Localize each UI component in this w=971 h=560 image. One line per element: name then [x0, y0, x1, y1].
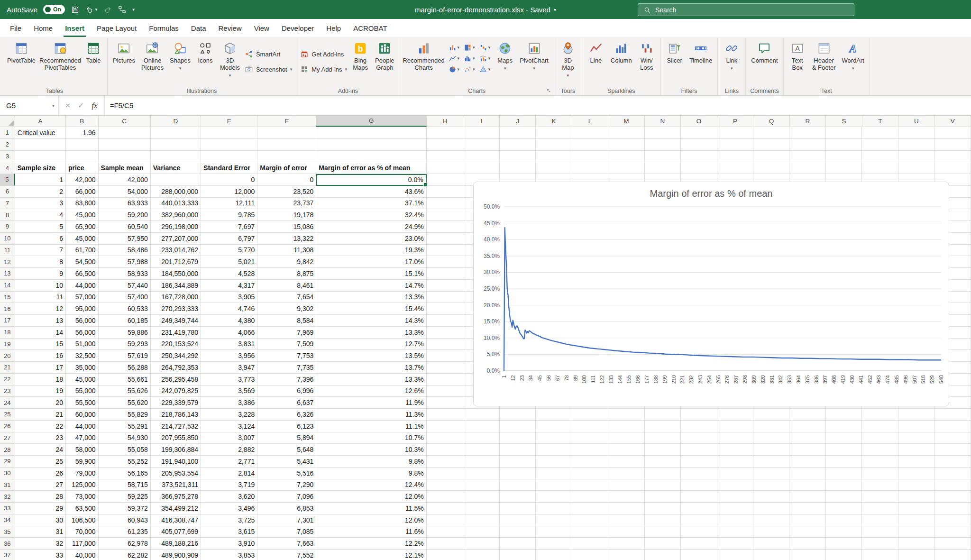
ribbon-button-pictures[interactable]: Pictures	[110, 39, 138, 85]
cell-D35[interactable]: 405,077,699	[151, 526, 201, 538]
row-header-10[interactable]: 10	[0, 233, 15, 245]
cell-J28[interactable]	[500, 444, 536, 456]
dialog-launcher-icon[interactable]	[546, 88, 552, 94]
cell-M34[interactable]	[608, 514, 644, 526]
ribbon-button-win-loss[interactable]: Win/ Loss	[635, 39, 658, 85]
cell-D2[interactable]	[151, 139, 201, 151]
cell-A17[interactable]: 13	[15, 315, 66, 327]
cell-C1[interactable]	[99, 127, 151, 139]
cell-C37[interactable]: 62,282	[99, 550, 151, 560]
cell-F21[interactable]: 7,735	[257, 362, 316, 374]
cell-J34[interactable]	[500, 514, 536, 526]
row-header-1[interactable]: 1	[0, 127, 15, 139]
cell-E7[interactable]: 12,111	[201, 198, 257, 210]
cell-N3[interactable]	[645, 151, 681, 163]
cell-H32[interactable]	[427, 491, 463, 503]
cell-V34[interactable]	[934, 514, 971, 526]
cell-T35[interactable]	[862, 526, 898, 538]
cell-S36[interactable]	[826, 538, 862, 550]
cell-B36[interactable]: 117,000	[66, 538, 99, 550]
cell-L28[interactable]	[572, 444, 608, 456]
cell-B11[interactable]: 61,700	[66, 245, 99, 257]
cell-S26[interactable]	[826, 421, 862, 432]
cell-T30[interactable]	[862, 468, 898, 479]
cell-H15[interactable]	[427, 292, 463, 303]
cell-F32[interactable]: 7,096	[257, 491, 316, 503]
tab-help[interactable]: Help	[320, 19, 347, 37]
cell-D26[interactable]: 214,727,532	[151, 421, 201, 432]
cell-B23[interactable]: 55,000	[66, 386, 99, 397]
cell-E20[interactable]: 3,956	[201, 350, 257, 362]
cell-R27[interactable]	[789, 432, 825, 444]
cell-U3[interactable]	[898, 151, 934, 163]
cell-G27[interactable]: 10.7%	[316, 432, 426, 444]
formula-input[interactable]: =F5/C5	[105, 96, 971, 115]
cell-C8[interactable]: 59,200	[99, 209, 151, 221]
cell-E3[interactable]	[201, 151, 257, 163]
cell-D19[interactable]: 220,153,524	[151, 339, 201, 350]
column-header-K[interactable]: K	[536, 116, 572, 127]
cell-A1[interactable]: Critical value	[15, 127, 66, 139]
cell-H34[interactable]	[427, 514, 463, 526]
cell-A19[interactable]: 15	[15, 339, 66, 350]
cell-F8[interactable]: 19,178	[257, 209, 316, 221]
cell-I29[interactable]	[463, 456, 499, 468]
cell-B10[interactable]: 45,000	[66, 233, 99, 245]
cell-H12[interactable]	[427, 256, 463, 268]
ribbon-button-chart-combo[interactable]: ▾	[479, 55, 491, 63]
cell-B35[interactable]: 70,000	[66, 526, 99, 538]
cell-F12[interactable]: 9,842	[257, 256, 316, 268]
cell-A2[interactable]	[15, 139, 66, 151]
ribbon-button-chart-scatter[interactable]: ▾	[464, 65, 475, 73]
cell-U31[interactable]	[898, 479, 934, 491]
cell-G14[interactable]: 14.7%	[316, 280, 426, 292]
cell-I32[interactable]	[463, 491, 499, 503]
cell-J29[interactable]	[500, 456, 536, 468]
cell-G34[interactable]: 12.0%	[316, 514, 426, 526]
cell-F22[interactable]: 7,396	[257, 374, 316, 386]
name-box[interactable]: G5 ▾	[0, 96, 59, 115]
cell-V1[interactable]	[934, 127, 971, 139]
row-header-32[interactable]: 32	[0, 491, 15, 503]
ribbon-button-table[interactable]: Table	[82, 39, 105, 85]
ribbon-button-icons[interactable]: Icons	[194, 39, 217, 85]
cell-J26[interactable]	[500, 421, 536, 432]
row-header-3[interactable]: 3	[0, 151, 15, 163]
cell-J32[interactable]	[500, 491, 536, 503]
cell-E24[interactable]: 3,386	[201, 397, 257, 409]
row-header-21[interactable]: 21	[0, 362, 15, 374]
cell-H1[interactable]	[427, 127, 463, 139]
cell-H23[interactable]	[427, 386, 463, 397]
cell-M33[interactable]	[608, 503, 644, 514]
column-header-O[interactable]: O	[681, 116, 717, 127]
cell-F11[interactable]: 11,308	[257, 245, 316, 257]
cell-P36[interactable]	[717, 538, 753, 550]
cell-E27[interactable]: 3,007	[201, 432, 257, 444]
cell-G8[interactable]: 32.4%	[316, 209, 426, 221]
cell-N31[interactable]	[645, 479, 681, 491]
cell-J25[interactable]	[500, 409, 536, 421]
tab-page-layout[interactable]: Page Layout	[91, 19, 143, 37]
cell-L32[interactable]	[572, 491, 608, 503]
cell-Q26[interactable]	[753, 421, 789, 432]
chart-margin-of-error[interactable]: 0.0%5.0%10.0%15.0%20.0%25.0%30.0%35.0%40…	[473, 182, 949, 406]
cell-A28[interactable]: 24	[15, 444, 66, 456]
cell-J3[interactable]	[500, 151, 536, 163]
cell-F24[interactable]: 6,637	[257, 397, 316, 409]
cell-D7[interactable]: 440,013,333	[151, 198, 201, 210]
cell-L34[interactable]	[572, 514, 608, 526]
cell-F5[interactable]: 0	[257, 174, 316, 186]
ribbon-button-pivottable[interactable]: PivotTable	[4, 39, 38, 85]
column-header-C[interactable]: C	[99, 116, 151, 127]
tab-developer[interactable]: Developer	[275, 19, 320, 37]
cell-T31[interactable]	[862, 479, 898, 491]
cell-G9[interactable]: 24.9%	[316, 221, 426, 233]
cell-H21[interactable]	[427, 362, 463, 374]
cell-R26[interactable]	[789, 421, 825, 432]
cell-C35[interactable]: 61,235	[99, 526, 151, 538]
cell-P30[interactable]	[717, 468, 753, 479]
cell-B17[interactable]: 56,000	[66, 315, 99, 327]
cell-E34[interactable]: 3,725	[201, 514, 257, 526]
cell-O35[interactable]	[681, 526, 717, 538]
cell-A30[interactable]: 26	[15, 468, 66, 479]
